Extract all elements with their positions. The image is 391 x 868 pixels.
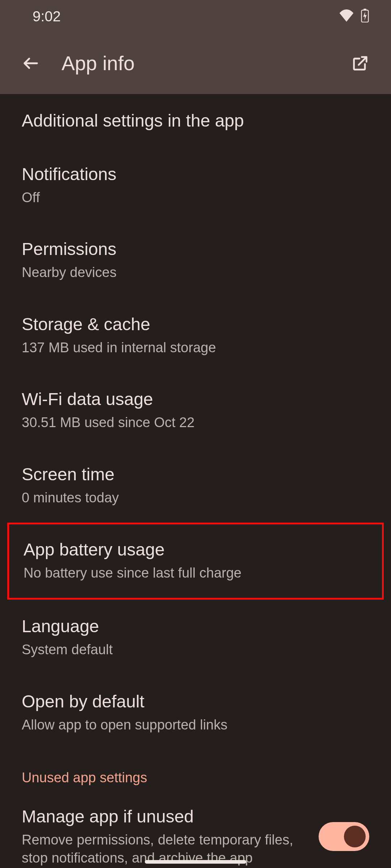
open-external-button[interactable] <box>348 51 373 76</box>
manage-unused-toggle[interactable] <box>319 822 369 851</box>
item-title: Manage app if unused <box>22 806 304 827</box>
switch-knob <box>344 826 366 847</box>
item-storage-cache[interactable]: Storage & cache 137 MB used in internal … <box>0 298 391 373</box>
item-title: Notifications <box>22 163 369 185</box>
battery-charging-icon <box>361 9 369 24</box>
item-screen-time[interactable]: Screen time 0 minutes today <box>0 448 391 523</box>
back-button[interactable] <box>18 51 43 76</box>
item-title: Language <box>22 616 369 637</box>
section-title: Unused app settings <box>22 770 369 786</box>
item-title: Screen time <box>22 464 369 485</box>
status-bar: 9:02 <box>0 0 391 33</box>
item-additional-settings[interactable]: Additional settings in the app <box>0 94 391 148</box>
content-list: Additional settings in the app Notificat… <box>0 94 391 867</box>
wifi-icon <box>339 9 354 23</box>
item-title: Wi-Fi data usage <box>22 388 369 410</box>
item-wifi-data[interactable]: Wi-Fi data usage 30.51 MB used since Oct… <box>0 373 391 447</box>
item-title: App battery usage <box>24 539 367 561</box>
item-subtitle: 137 MB used in internal storage <box>22 339 369 357</box>
app-bar: App info <box>0 33 391 94</box>
item-permissions[interactable]: Permissions Nearby devices <box>0 222 391 297</box>
item-subtitle: Off <box>22 189 369 207</box>
item-title: Permissions <box>22 238 369 260</box>
item-title: Storage & cache <box>22 314 369 335</box>
item-notifications[interactable]: Notifications Off <box>0 148 391 222</box>
gesture-nav-handle[interactable] <box>145 860 246 864</box>
status-icons <box>339 9 369 24</box>
open-in-new-icon <box>351 54 370 73</box>
item-open-by-default[interactable]: Open by default Allow app to open suppor… <box>0 675 391 750</box>
status-time: 9:02 <box>33 8 61 25</box>
item-language[interactable]: Language System default <box>0 600 391 675</box>
section-header-unused: Unused app settings <box>0 750 391 790</box>
item-subtitle: Nearby devices <box>22 264 369 281</box>
item-subtitle: 30.51 MB used since Oct 22 <box>22 414 369 431</box>
item-title: Additional settings in the app <box>22 110 369 132</box>
item-subtitle: System default <box>22 641 369 659</box>
item-manage-if-unused[interactable]: Manage app if unused Remove permissions,… <box>0 790 391 867</box>
page-title: App info <box>62 52 348 75</box>
arrow-left-icon <box>21 54 40 73</box>
item-subtitle: Allow app to open supported links <box>22 716 369 734</box>
svg-rect-1 <box>363 9 366 10</box>
item-subtitle: No battery use since last full charge <box>24 564 367 582</box>
item-app-battery-usage[interactable]: App battery usage No battery use since l… <box>7 523 384 600</box>
item-title: Open by default <box>22 691 369 712</box>
item-subtitle: 0 minutes today <box>22 489 369 507</box>
